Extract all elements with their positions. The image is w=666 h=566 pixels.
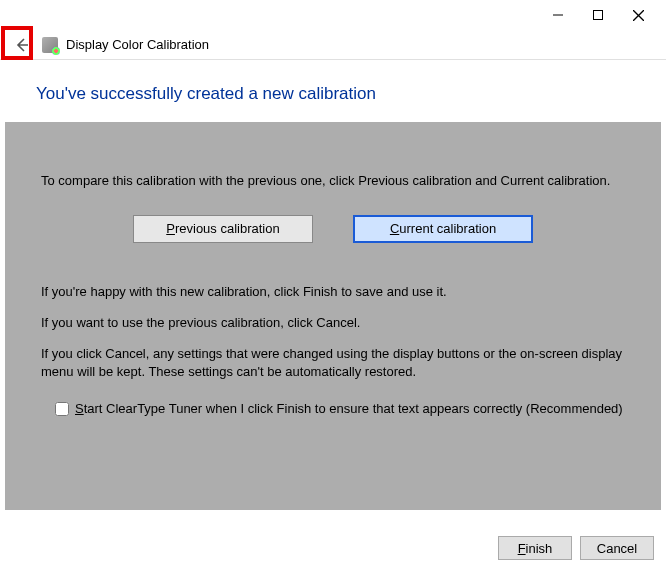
cleartype-checkbox-label[interactable]: Start ClearType Tuner when I click Finis… bbox=[75, 400, 625, 419]
close-button[interactable] bbox=[618, 1, 658, 29]
cleartype-checkbox[interactable] bbox=[55, 402, 69, 416]
header-bar: Display Color Calibration bbox=[0, 30, 666, 60]
minimize-button[interactable] bbox=[538, 1, 578, 29]
cleartype-checkbox-row: Start ClearType Tuner when I click Finis… bbox=[55, 400, 625, 419]
calibration-button-row: Previous calibration Current calibration bbox=[41, 215, 625, 243]
page-heading-row: You've successfully created a new calibr… bbox=[0, 60, 666, 122]
svg-rect-1 bbox=[594, 11, 603, 20]
window-titlebar bbox=[0, 0, 666, 30]
window-title: Display Color Calibration bbox=[66, 37, 209, 52]
compare-instruction-text: To compare this calibration with the pre… bbox=[41, 172, 625, 191]
finish-button[interactable]: Finish bbox=[498, 536, 572, 560]
cancel-warning-text: If you click Cancel, any settings that w… bbox=[41, 345, 625, 383]
finish-instruction-text: If you're happy with this new calibratio… bbox=[41, 283, 625, 302]
cancel-button[interactable]: Cancel bbox=[580, 536, 654, 560]
content-panel: To compare this calibration with the pre… bbox=[5, 122, 661, 510]
maximize-button[interactable] bbox=[578, 1, 618, 29]
cancel-instruction-text: If you want to use the previous calibrat… bbox=[41, 314, 625, 333]
display-calibration-app-icon bbox=[42, 37, 58, 53]
page-heading: You've successfully created a new calibr… bbox=[36, 84, 666, 104]
previous-calibration-button[interactable]: Previous calibration bbox=[133, 215, 313, 243]
back-arrow-icon[interactable] bbox=[10, 33, 34, 57]
current-calibration-button[interactable]: Current calibration bbox=[353, 215, 533, 243]
footer-button-row: Finish Cancel bbox=[498, 536, 654, 560]
